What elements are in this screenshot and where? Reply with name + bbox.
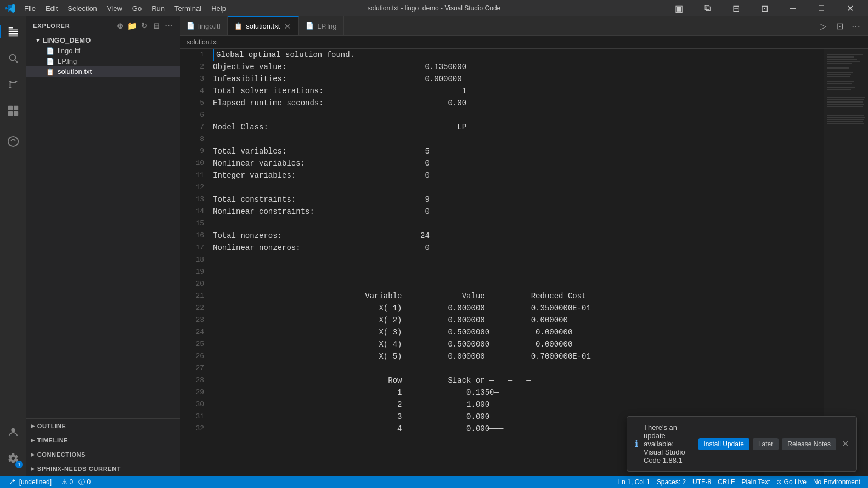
file-lingo-ltf[interactable]: 📄 lingo.ltf [26, 46, 180, 56]
svg-rect-10 [827, 56, 854, 58]
svg-rect-28 [827, 117, 865, 118]
source-control-icon[interactable] [0, 71, 26, 98]
line-num-1: 1 [180, 49, 204, 61]
line-num-11: 11 [180, 169, 204, 181]
layout-icon3[interactable]: ⊟ [723, 0, 748, 16]
accounts-icon[interactable] [0, 419, 26, 445]
refresh-icon[interactable]: ↻ [139, 21, 149, 31]
tab-close-button[interactable]: ✕ [283, 22, 292, 31]
file-solution-txt[interactable]: 📋 solution.txt [26, 66, 180, 77]
layout-icon[interactable]: ▣ [666, 0, 691, 16]
new-file-icon[interactable]: ⊕ [115, 21, 125, 31]
chevron-down-icon: ▼ [35, 37, 41, 43]
status-bar: ⎇ [undefined] ⚠ 0 ⓘ 0 Ln 1, Col 1 Spaces… [0, 476, 868, 488]
code-line-15 [213, 218, 824, 230]
install-update-button[interactable]: Install Update [698, 438, 749, 450]
timeline-header[interactable]: ▶ TIMELINE [26, 435, 180, 446]
code-line-19 [213, 266, 824, 278]
run-button[interactable]: ▷ [815, 18, 831, 33]
timeline-section: ▶ TIMELINE [26, 433, 180, 447]
svg-rect-25 [827, 104, 864, 105]
explorer-icon[interactable] [0, 19, 26, 45]
search-icon[interactable] [0, 45, 26, 71]
more-actions-button[interactable]: ⋯ [848, 18, 864, 33]
menu-file[interactable]: File [20, 3, 40, 14]
copilot-icon[interactable] [0, 128, 26, 155]
code-line-23: X( 2) 0.000000 0.000000 [213, 314, 824, 326]
menu-terminal[interactable]: Terminal [170, 3, 206, 14]
new-folder-icon[interactable]: 📁 [127, 21, 137, 31]
sidebar-header-icons: ⊕ 📁 ↻ ⊟ ⋯ [115, 21, 173, 31]
language-status[interactable]: Plain Text [738, 476, 773, 488]
menu-edit[interactable]: Edit [41, 3, 62, 14]
chevron-right-icon: ▶ [31, 423, 35, 429]
title-bar: File Edit Selection View Go Run Terminal… [0, 0, 868, 16]
problems-status[interactable]: ⚠ 0 ⓘ 0 [58, 476, 94, 488]
layout-icon2[interactable]: ⧉ [695, 0, 720, 16]
branch-status[interactable]: ⎇ [undefined] [4, 476, 55, 488]
menu-go[interactable]: Go [128, 3, 146, 14]
close-button[interactable]: ✕ [837, 0, 863, 16]
line-num-6: 6 [180, 109, 204, 121]
code-line-3: Infeasibilities: 0.000000 [213, 73, 824, 85]
line-ending-status[interactable]: CRLF [714, 476, 738, 488]
later-button[interactable]: Later [753, 438, 779, 450]
maximize-button[interactable]: □ [809, 0, 834, 16]
tab-lp-lng[interactable]: 📄 LP.lng [299, 16, 343, 36]
svg-rect-21 [827, 89, 851, 90]
go-live-status[interactable]: ⊙ Go Live [773, 476, 810, 488]
code-line-10: Nonlinear variables: 0 [213, 157, 824, 169]
sphinx-header[interactable]: ▶ SPHINX-NEEDS CURRENT [26, 463, 180, 474]
branch-label: ⎇ [undefined] [8, 478, 52, 486]
cursor-position-label: Ln 1, Col 1 [618, 478, 650, 486]
code-line-29: 1 0.1350─ [213, 387, 824, 399]
code-editor[interactable]: 1 2 3 4 5 6 7 8 9 10 11 12 13 14 15 16 1… [180, 49, 868, 476]
tab-lingo-ltf[interactable]: 📄 lingo.ltf [180, 16, 228, 36]
more-actions-icon[interactable]: ⋯ [164, 21, 173, 31]
outline-header[interactable]: ▶ OUTLINE [26, 421, 180, 432]
notification-toast: ℹ There's an update available: Visual St… [627, 416, 857, 472]
menu-view[interactable]: View [103, 3, 127, 14]
cursor-position[interactable]: Ln 1, Col 1 [615, 476, 653, 488]
line-num-19: 19 [180, 266, 204, 278]
tab-bar-actions: ▷ ⊡ ⋯ [815, 18, 868, 33]
menu-run[interactable]: Run [147, 3, 169, 14]
settings-icon[interactable]: 1 [0, 445, 26, 472]
vscode-logo [5, 3, 15, 13]
tab-solution-txt[interactable]: 📋 solution.txt ✕ [228, 16, 299, 36]
extensions-icon[interactable] [0, 98, 26, 124]
code-line-18 [213, 254, 824, 266]
encoding-status[interactable]: UTF-8 [689, 476, 714, 488]
file-icon: 📄 [46, 58, 54, 65]
folder-lingo-demo[interactable]: ▼ LINGO_DEMO [26, 35, 180, 46]
line-num-30: 30 [180, 399, 204, 411]
svg-rect-6 [14, 111, 18, 116]
code-line-12 [213, 181, 824, 194]
line-num-2: 2 [180, 61, 204, 73]
chevron-right-icon: ▶ [31, 452, 35, 457]
tab-label: lingo.ltf [198, 22, 221, 30]
menu-help[interactable]: Help [207, 3, 230, 14]
code-line-9: Total variables: 5 [213, 145, 824, 157]
layout-icon4[interactable]: ⊡ [752, 0, 777, 16]
indentation-status[interactable]: Spaces: 2 [653, 476, 689, 488]
svg-rect-11 [827, 59, 857, 60]
notification-close-button[interactable]: ✕ [842, 439, 849, 449]
environment-status[interactable]: No Environment [810, 476, 864, 488]
line-num-23: 23 [180, 314, 204, 326]
file-lp-lng[interactable]: 📄 LP.lng [26, 56, 180, 66]
release-notes-button[interactable]: Release Notes [782, 438, 836, 450]
svg-rect-30 [827, 121, 863, 122]
split-editor-button[interactable]: ⊡ [832, 18, 847, 33]
menu-selection[interactable]: Selection [63, 3, 101, 14]
collapse-all-icon[interactable]: ⊟ [151, 21, 161, 31]
minimize-button[interactable]: ─ [780, 0, 805, 16]
code-content[interactable]: Global optimal solution found. Objective… [208, 49, 824, 476]
sidebar-header: EXPLORER ⊕ 📁 ↻ ⊟ ⋯ [26, 16, 180, 35]
code-line-20 [213, 278, 824, 290]
file-icon: 📋 [234, 22, 243, 30]
line-num-28: 28 [180, 374, 204, 387]
svg-rect-15 [827, 72, 853, 73]
line-num-25: 25 [180, 338, 204, 350]
connections-header[interactable]: ▶ CONNECTIONS [26, 449, 180, 460]
